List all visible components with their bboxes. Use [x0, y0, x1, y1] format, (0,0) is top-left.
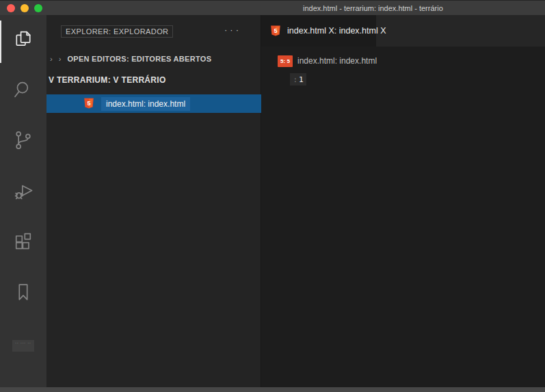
- files-icon: [12, 28, 34, 53]
- titlebar: index.html - terrarium: index.html - ter…: [0, 0, 545, 15]
- activity-bar: ·· ··· ··: [0, 15, 46, 387]
- activity-item-source-control[interactable]: [0, 116, 46, 167]
- activity-bar-bottom-badge: ·· ··· ··: [12, 340, 34, 352]
- active-view-indicator: [0, 21, 1, 63]
- breadcrumb: 5: 5 index.html: index.html: [278, 53, 377, 68]
- more-actions-button[interactable]: ···: [224, 25, 241, 35]
- zoom-button[interactable]: [34, 4, 42, 12]
- html5-file-icon: 5: [83, 98, 94, 109]
- activity-item-bookmarks[interactable]: [0, 268, 46, 319]
- tab-label: index.html X: index.html X: [287, 26, 386, 36]
- extensions-icon: [12, 231, 34, 255]
- activity-item-explorer[interactable]: [0, 15, 46, 66]
- activity-item-run-debug[interactable]: [0, 167, 46, 218]
- html5-file-icon: 5: [270, 25, 281, 37]
- svg-text:5: 5: [87, 100, 90, 107]
- line-hint-colon: :: [293, 75, 297, 84]
- svg-text:5: 5: [274, 27, 277, 34]
- open-editors-label: OPEN EDITORS: EDITORES ABERTOS: [67, 55, 211, 63]
- activity-item-search[interactable]: [0, 66, 46, 116]
- traffic-lights: [7, 4, 42, 12]
- activity-item-extensions[interactable]: [0, 218, 46, 268]
- line-number-hint: : 1: [290, 73, 306, 86]
- git-branch-icon: [12, 129, 34, 154]
- editor-area: 5 index.html X: index.html X 5: 5 index.…: [261, 15, 545, 387]
- chevron-right-icon: › ›: [50, 55, 63, 63]
- bookmark-icon: [12, 281, 34, 306]
- file-row-index-html[interactable]: 5 index.html: index.html: [46, 94, 261, 113]
- html5-breadcrumb-badge: 5: 5: [278, 55, 293, 67]
- tab-index-html[interactable]: 5 index.html X: index.html X: [261, 15, 376, 47]
- window-bottom-edge: [0, 387, 545, 392]
- window-body: ·· ··· ·· EXPLORER: EXPLORADOR ··· › › O…: [0, 15, 545, 387]
- file-label: index.html: index.html: [101, 97, 190, 111]
- line-hint-number: 1: [299, 75, 304, 84]
- close-button[interactable]: [7, 4, 15, 12]
- explorer-sidebar: EXPLORER: EXPLORADOR ··· › › OPEN EDITOR…: [46, 15, 261, 387]
- open-editors-row[interactable]: › › OPEN EDITORS: EDITORES ABERTOS: [50, 55, 211, 63]
- window-title: index.html - terrarium: index.html - ter…: [303, 4, 443, 12]
- debug-play-bug-icon: [12, 180, 34, 205]
- sidebar-title: EXPLORER: EXPLORADOR: [61, 25, 173, 38]
- tab-bar: 5 index.html X: index.html X: [261, 15, 545, 47]
- minimize-button[interactable]: [21, 4, 29, 12]
- workspace-section-header[interactable]: V TERRARIUM: V TERRÁRIO: [49, 75, 166, 85]
- search-icon: [12, 79, 34, 103]
- breadcrumb-item-index-html[interactable]: index.html: index.html: [297, 56, 377, 66]
